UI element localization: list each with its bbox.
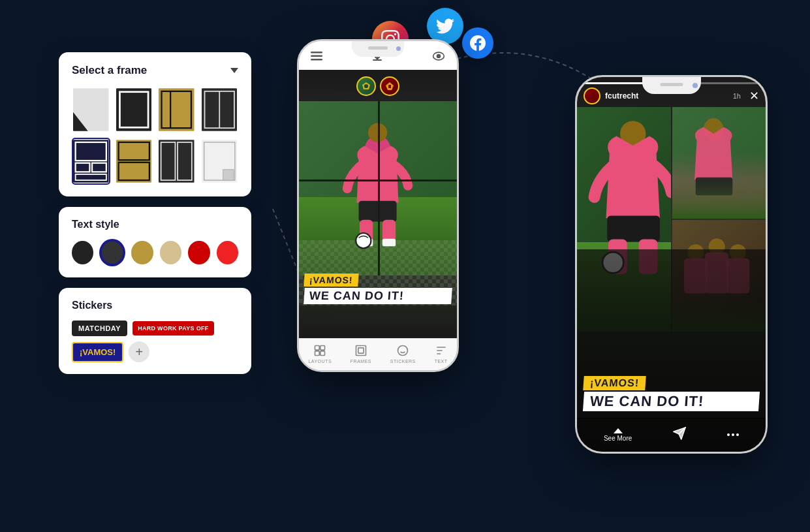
stickers-row: MATCHDAY HARD WORK PAYS OFF ¡VAMOS! + [72,321,238,362]
menu-icon[interactable] [311,52,322,63]
add-sticker-button[interactable]: + [129,341,149,362]
center-phone-speaker [368,46,388,50]
frame-selector-title: Select a frame [72,64,147,77]
right-phone-shell: fcutrecht 1h ✕ [575,75,768,454]
sticker-vamos[interactable]: ¡VAMOS! [72,342,123,362]
svg-point-39 [356,233,371,248]
frame-item-6[interactable] [115,138,153,185]
svg-point-46 [398,346,408,356]
story-text-overlay: ¡VAMOS! WE CAN DO IT! [304,274,452,304]
svg-rect-38 [382,239,396,247]
svg-rect-23 [223,170,233,180]
nav-text-label: TEXT [435,359,448,364]
frame-item-1[interactable] [72,86,110,133]
facebook-icon[interactable] [462,27,493,59]
frame-item-5[interactable] [72,138,110,185]
insta-time: 1h [733,92,741,100]
sticker-hardwork[interactable]: HARD WORK PAYS OFF [132,321,213,336]
svg-rect-40 [315,346,320,351]
stickers-title: Stickers [72,300,238,311]
nav-frames-label: FRAMES [350,359,371,364]
insta-bottom-bar: See More [577,418,766,452]
right-phone-speaker [660,83,683,86]
swatch-black[interactable] [72,241,93,264]
svg-rect-31 [388,85,391,88]
nav-layouts[interactable]: LAYOUTS [308,344,332,364]
nav-text[interactable]: TEXT [435,344,448,364]
right-phone-camera [693,83,698,88]
center-phone-screen: ¡VAMOS! WE CAN DO IT! [299,41,457,370]
center-bottom-nav: LAYOUTS FRAMES STICK [299,338,457,370]
svg-rect-15 [116,140,152,182]
swatch-dark-selected[interactable] [100,240,125,266]
svg-rect-2 [116,88,152,131]
insta-avatar[interactable] [584,87,600,104]
left-panel: Select a frame [59,52,251,374]
frame-item-3[interactable] [157,86,196,133]
swatch-gold[interactable] [131,241,153,264]
frame-item-7[interactable] [157,138,196,185]
svg-rect-24 [311,52,322,54]
svg-point-30 [364,84,368,88]
nav-layouts-label: LAYOUTS [308,359,332,364]
svg-rect-25 [311,55,322,57]
svg-rect-4 [159,88,195,131]
grid-cell-tl [672,107,766,219]
svg-rect-26 [311,59,322,61]
sticker-matchday[interactable]: MATCHDAY [72,321,127,336]
insta-close-icon[interactable]: ✕ [749,89,759,103]
svg-rect-43 [320,351,325,356]
insta-text-overlay: ¡VAMOS! WE CAN DO IT! [584,376,759,411]
center-phone-shell: ¡VAMOS! WE CAN DO IT! [297,39,459,372]
frame-item-4[interactable] [200,86,239,133]
center-phone: ¡VAMOS! WE CAN DO IT! [297,39,459,372]
more-options-icon[interactable] [727,433,739,436]
see-more-label: See More [604,435,632,442]
swatch-red[interactable] [217,241,238,264]
right-phone-screen: fcutrecht 1h ✕ [577,77,766,452]
text-style-card: Text style [59,207,251,277]
color-swatches-row [72,240,238,266]
nav-frames[interactable]: FRAMES [350,344,371,364]
svg-marker-62 [674,428,685,439]
story-text-line1: ¡VAMOS! [309,275,353,285]
swatch-light-gold[interactable] [160,241,181,264]
center-phone-camera [396,46,401,51]
svg-rect-41 [320,346,325,351]
center-content: ¡VAMOS! WE CAN DO IT! [299,70,457,338]
nav-stickers[interactable]: STICKERS [390,344,416,364]
story-text-line2: WE CAN DO IT! [309,289,404,302]
see-more-button[interactable]: See More [604,428,632,442]
text-style-title: Text style [72,219,238,230]
dropdown-arrow-icon[interactable] [230,68,238,73]
frame-item-2[interactable] [115,86,153,133]
edit-icon[interactable] [437,289,452,303]
swatch-dark-red[interactable] [188,241,210,264]
frame-item-8[interactable] [200,138,239,185]
frame-selector-header: Select a frame [72,64,238,77]
insta-text-line1: ¡VAMOS! [589,377,639,388]
svg-rect-42 [315,351,320,356]
nav-stickers-label: STICKERS [390,359,416,364]
svg-point-28 [437,55,441,58]
stickers-card: Stickers MATCHDAY HARD WORK PAYS OFF ¡VA… [59,288,251,374]
svg-rect-44 [356,346,366,356]
frames-grid [72,86,238,185]
send-icon[interactable] [672,426,687,443]
frame-selector-card: Select a frame [59,52,251,196]
svg-rect-18 [159,140,195,182]
eye-icon[interactable] [432,52,445,63]
right-phone: fcutrecht 1h ✕ [575,75,768,454]
club-logos [356,76,399,96]
svg-rect-45 [358,348,364,353]
insta-text-line2: WE CAN DO IT! [589,393,704,409]
svg-rect-52 [607,216,660,242]
